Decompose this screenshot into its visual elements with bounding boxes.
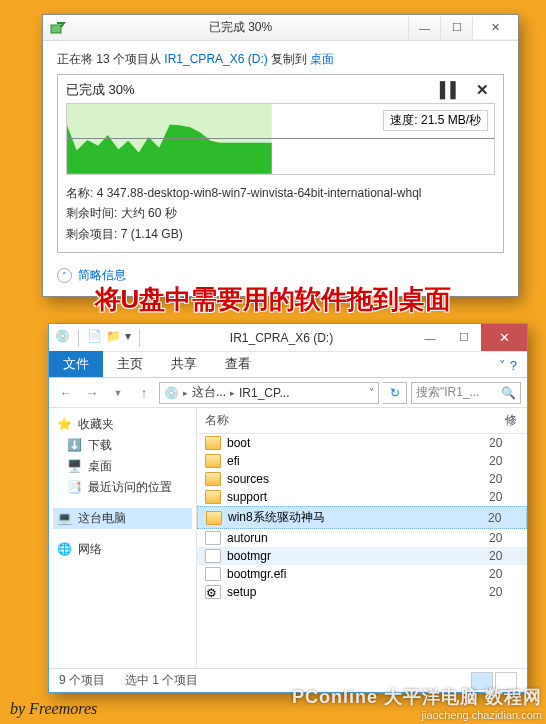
watermark: PConline 大平洋电脑 数程网 jiaocheng.chazidian.c… [292, 687, 542, 722]
sidebar-favorites[interactable]: ⭐收藏夹 [53, 414, 192, 435]
maximize-button[interactable]: ☐ [440, 17, 472, 39]
column-modified[interactable]: 修 [497, 408, 527, 433]
byline: by Freemores [10, 700, 97, 718]
file-name: support [227, 490, 483, 504]
search-icon: 🔍 [501, 386, 516, 400]
copy-progress-dialog: 已完成 30% — ☐ ✕ 正在将 13 个项目从 IR1_CPRA_X6 (D… [42, 14, 519, 297]
file-name: efi [227, 454, 483, 468]
qat-overflow-icon[interactable]: ▾ [125, 329, 131, 347]
svg-rect-0 [51, 25, 61, 33]
file-row[interactable]: bootmgr20 [197, 547, 527, 565]
file-modified: 20 [489, 436, 519, 450]
file-modified: 20 [489, 585, 519, 599]
drive-icon: 💿 [55, 329, 70, 347]
folder-icon [205, 436, 221, 450]
file-row[interactable]: boot20 [197, 434, 527, 452]
file-name: boot [227, 436, 483, 450]
copy-titlebar[interactable]: 已完成 30% — ☐ ✕ [43, 15, 518, 41]
desktop-icon: 🖥️ [67, 459, 82, 474]
file-row[interactable]: autorun20 [197, 529, 527, 547]
file-name: win8系统驱动神马 [228, 509, 482, 526]
file-icon: ⚙ [205, 585, 221, 599]
explorer-title: IR1_CPRA_X6 (D:) [150, 331, 413, 345]
file-name: bootmgr.efi [227, 567, 483, 581]
file-row[interactable]: win8系统驱动神马20 [197, 506, 527, 529]
folder-icon [206, 511, 222, 525]
star-icon: ⭐ [57, 417, 72, 432]
column-name[interactable]: 名称 [197, 408, 497, 433]
nav-history-button[interactable]: ▼ [107, 382, 129, 404]
copy-app-icon [49, 20, 67, 36]
tab-share[interactable]: 共享 [157, 351, 211, 377]
pause-button[interactable]: ▐▐ [435, 81, 456, 99]
copy-details: 名称: 4 347.88-desktop-win8-win7-winvista-… [66, 183, 495, 244]
tab-home[interactable]: 主页 [103, 351, 157, 377]
copy-title: 已完成 30% [73, 19, 408, 36]
status-selected: 选中 1 个项目 [125, 672, 198, 689]
explorer-sidebar: ⭐收藏夹 ⬇️下载 🖥️桌面 📑最近访问的位置 💻这台电脑 🌐网络 [49, 408, 197, 668]
qat-properties-icon[interactable]: 📄 [87, 329, 102, 347]
file-modified: 20 [488, 511, 518, 525]
file-row[interactable]: bootmgr.efi20 [197, 565, 527, 583]
file-modified: 20 [489, 472, 519, 486]
ex-close-button[interactable]: ✕ [481, 324, 527, 351]
explorer-titlebar[interactable]: 💿 📄 📁 ▾ IR1_CPRA_X6 (D:) — ☐ ✕ [49, 324, 527, 352]
progress-label: 已完成 30% [66, 81, 135, 99]
drive-small-icon: 💿 [164, 386, 179, 400]
sidebar-desktop[interactable]: 🖥️桌面 [53, 456, 192, 477]
sidebar-thispc[interactable]: 💻这台电脑 [53, 508, 192, 529]
file-modified: 20 [489, 567, 519, 581]
file-modified: 20 [489, 490, 519, 504]
sidebar-recent[interactable]: 📑最近访问的位置 [53, 477, 192, 498]
ex-minimize-button[interactable]: — [413, 324, 447, 351]
network-icon: 🌐 [57, 542, 72, 557]
folder-icon [205, 490, 221, 504]
pc-icon: 💻 [57, 511, 72, 526]
file-modified: 20 [489, 454, 519, 468]
file-icon [205, 531, 221, 545]
ex-maximize-button[interactable]: ☐ [447, 324, 481, 351]
folder-icon [205, 472, 221, 486]
cancel-button[interactable]: ✕ [476, 81, 489, 99]
file-row[interactable]: ⚙setup20 [197, 583, 527, 601]
sidebar-network[interactable]: 🌐网络 [53, 539, 192, 560]
file-name: bootmgr [227, 549, 483, 563]
qat-newfolder-icon[interactable]: 📁 [106, 329, 121, 347]
file-modified: 20 [489, 531, 519, 545]
download-icon: ⬇️ [67, 438, 82, 453]
file-icon [205, 549, 221, 563]
crumb-pc[interactable]: 这台... [192, 384, 226, 401]
crumb-current[interactable]: IR1_CP... [239, 386, 289, 400]
file-row[interactable]: sources20 [197, 470, 527, 488]
refresh-button[interactable]: ↻ [383, 382, 407, 404]
source-link[interactable]: IR1_CPRA_X6 (D:) [164, 52, 267, 66]
sidebar-downloads[interactable]: ⬇️下载 [53, 435, 192, 456]
file-row[interactable]: efi20 [197, 452, 527, 470]
speed-chart: 速度: 21.5 MB/秒 [66, 103, 495, 175]
folder-icon [205, 454, 221, 468]
file-modified: 20 [489, 549, 519, 563]
chevron-up-icon: ˄ [57, 268, 72, 283]
ribbon-expand-icon[interactable]: ˅ ? [489, 354, 527, 377]
nav-back-button[interactable]: ← [55, 382, 77, 404]
address-bar[interactable]: 💿 ▸ 这台... ▸ IR1_CP... ˅ [159, 382, 379, 404]
file-list: 名称 修 boot20efi20sources20support20win8系统… [197, 408, 527, 668]
status-count: 9 个项目 [59, 672, 105, 689]
file-row[interactable]: support20 [197, 488, 527, 506]
speed-readout: 速度: 21.5 MB/秒 [383, 110, 488, 131]
nav-forward-button[interactable]: → [81, 382, 103, 404]
file-name: sources [227, 472, 483, 486]
minimize-button[interactable]: — [408, 17, 440, 39]
close-button[interactable]: ✕ [472, 17, 518, 39]
nav-up-button[interactable]: ↑ [133, 382, 155, 404]
copy-status-line: 正在将 13 个项目从 IR1_CPRA_X6 (D:) 复制到 桌面 [57, 51, 504, 68]
search-input[interactable]: 搜索"IR1_... 🔍 [411, 382, 521, 404]
file-name: autorun [227, 531, 483, 545]
tab-view[interactable]: 查看 [211, 351, 265, 377]
instruction-overlay: 将U盘中需要用的软件拖到桌面 [0, 282, 546, 317]
explorer-window: 💿 📄 📁 ▾ IR1_CPRA_X6 (D:) — ☐ ✕ 文件 主页 共享 … [48, 323, 528, 693]
dest-link[interactable]: 桌面 [310, 52, 334, 66]
tab-file[interactable]: 文件 [49, 351, 103, 377]
file-icon [205, 567, 221, 581]
file-name: setup [227, 585, 483, 599]
